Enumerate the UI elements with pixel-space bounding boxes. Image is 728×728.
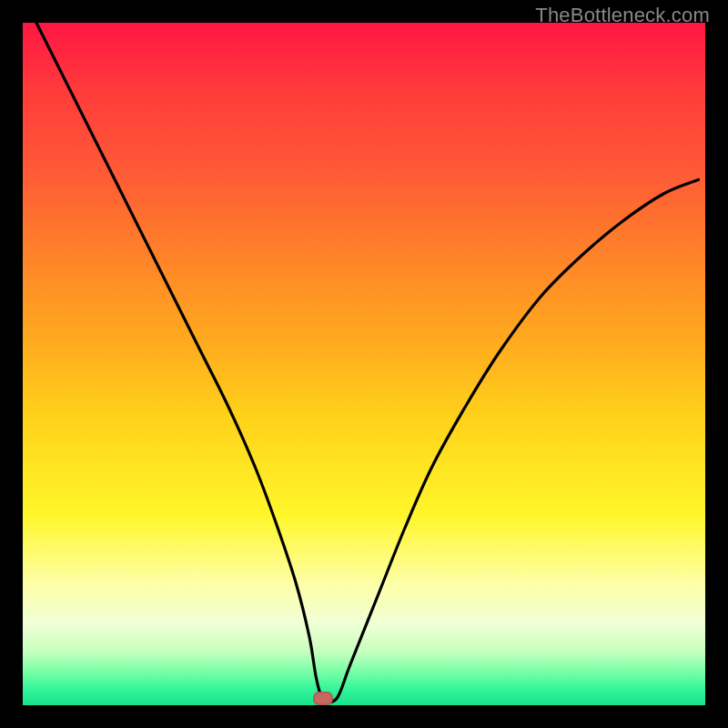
chart-container: TheBottleneck.com xyxy=(0,0,728,728)
plot-area xyxy=(23,23,705,705)
bottleneck-curve-path xyxy=(36,23,699,702)
curve-svg xyxy=(23,23,705,705)
minimum-marker xyxy=(313,692,333,705)
